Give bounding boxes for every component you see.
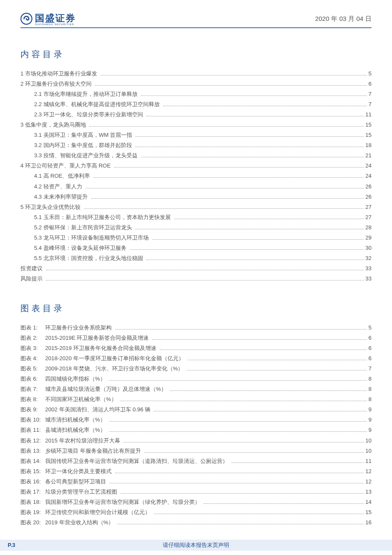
page-footer: P.3 请仔细阅读本报告末页声明 [0,540,392,551]
figure-entry-num: 图表 5: [20,364,45,374]
leader-dots [144,448,364,452]
figure-entry[interactable]: 图表 14: 我国传统环卫业务年运营市场空间测算（道路清扫、垃圾清运、公厕运营）… [20,456,372,466]
figure-entry-num: 图表 19: [20,507,45,517]
toc-entry[interactable]: 2.2 城镇化率、机械化率提高促进传统环卫空间释放 7 [20,99,372,110]
figure-entry-page: 8 [369,374,372,384]
toc-entry[interactable]: 风险提示 33 [20,274,372,284]
toc-entry[interactable]: 3.1 美国环卫：集中度高，WM 首屈一指 15 [20,130,372,140]
toc-entry[interactable]: 2.3 环卫一体化、垃圾分类带来行业新增空间 11 [20,110,372,120]
figure-entry[interactable]: 图表 13: 乡镇环卫项目 年服务金额占比有所提升 10 [20,446,372,456]
figure-entry-page: 12 [366,466,372,477]
leader-dots [115,326,367,330]
toc-entry-text: 4.2 轻资产、重人力 [34,182,84,192]
toc-entry[interactable]: 投资建议 33 [20,263,372,274]
leader-dots [204,500,364,504]
toc-entry-text: 风险提示 [20,274,44,284]
toc-entry-text: 4 环卫公司轻资产、重人力享高 ROE [20,161,112,171]
toc-entry[interactable]: 1 市场化推动环卫服务行业爆发 5 [20,69,372,79]
leader-dots [95,82,367,86]
toc-entry[interactable]: 3.2 国内环卫：集中度低，群雄并起阶段 18 [20,140,372,150]
toc-entry[interactable]: 5.5 北京环境：国资控股，行业龙头地位稳固 32 [20,253,372,263]
figure-entry[interactable]: 图表 2: 2015-2019E 环卫服务新签合同金额及增速 6 [20,333,372,343]
toc-entry[interactable]: 5.1 玉禾田：新上市纯环卫服务公司，资本助力更快发展 27 [20,212,372,223]
toc-entry-text: 1 市场化推动环卫服务行业爆发 [20,69,99,79]
figure-entry[interactable]: 图表 11: 县城清扫机械化率（%） 9 [20,425,372,435]
toc-entry-page: 6 [369,79,372,89]
leader-dots [114,164,364,168]
toc-entry[interactable]: 4.1 高 ROE、低净利率 24 [20,171,372,181]
leader-dots [231,459,364,463]
figure-entry[interactable]: 图表 9: 2002 年美国清扫、清运人均环卫车 0.96 辆 9 [20,405,372,415]
toc-entry-page: 32 [366,253,372,263]
figure-entry-page: 6 [369,353,372,364]
toc-entry-text: 3 低集中度，龙头跑马圈地 [20,120,88,130]
figure-entry-num: 图表 9: [20,405,45,415]
figure-entry-page: 9 [369,415,372,425]
figure-entry[interactable]: 图表 17: 垃圾分类管理平台工艺流程图 13 [20,487,372,497]
figure-entry-text: 城市清扫机械化率（%） [45,415,107,425]
leader-dots [89,123,364,127]
figure-entry-num: 图表 13: [20,446,45,456]
toc-entry-text: 5.3 龙马环卫：环境设备制造顺势切入环卫市场 [34,233,150,243]
toc-entry[interactable]: 5.2 侨银环保：新上市民营环卫运营龙头 28 [20,223,372,233]
footer-disclaimer: 请仔细阅读本报告末页声明 [163,541,229,549]
figure-entry-text: 环卫服务行业业务系统架构 [45,323,113,333]
toc-entry[interactable]: 4.3 未来净利率望提升 26 [20,192,372,202]
toc-entry-page: 24 [366,161,372,171]
logo-icon [20,13,32,25]
toc-entry-text: 5.1 玉禾田：新上市纯环卫服务公司，资本助力更快发展 [34,212,173,223]
leader-dots [109,428,367,432]
leader-dots [187,356,367,360]
leader-dots [124,438,364,442]
figure-entry[interactable]: 图表 4: 2018-2020 年一季度环卫服务订单招标年化金额（亿元） 6 [20,353,372,364]
leader-dots [101,72,367,75]
toc-entry[interactable]: 3.3 疫情、智能化促进产业升级，龙头受益 21 [20,150,372,161]
toc-entry[interactable]: 2.1 市场化率继续提升，推动环卫订单释放 7 [20,89,372,99]
figure-entry-text: 2002 年美国清扫、清运人均环卫车 0.96 辆 [45,405,152,415]
figure-entry[interactable]: 图表 18: 我国新增环卫业务年运营市场空间测算（绿化养护、垃圾分类） 14 [20,497,372,507]
page-header: 国盛证券 GUOSHENG SECURITIES 2020 年 03 月 04 … [20,12,372,28]
leader-dots [135,143,364,147]
toc-entry[interactable]: 5.4 盈峰环境：设备龙头延伸环卫服务 30 [20,243,372,253]
figure-entry[interactable]: 图表 6: 四国城镇化率指标（%） 8 [20,374,372,384]
figure-entry-text: 环卫一体化分类及主要模式 [45,466,113,477]
leader-dots [154,408,367,411]
figure-entry-text: 2015 年农村垃圾治理拉开大幕 [45,436,122,446]
toc-entry-page: 15 [366,120,372,130]
figure-entry[interactable]: 图表 3: 2015-2019 环卫服务年化服务合同金额及增速 6 [20,343,372,353]
figure-entry[interactable]: 图表 1: 环卫服务行业业务系统架构 5 [20,323,372,333]
figure-entry-num: 图表 6: [20,374,45,384]
toc-entry-text: 4.1 高 ROE、低净利率 [34,171,92,181]
figure-entry-text: 四国城镇化率指标（%） [45,374,107,384]
figure-entry[interactable]: 图表 7: 城市及县城垃圾清运量（万吨）及总体增速（%） 8 [20,384,372,394]
figure-entry-num: 图表 18: [20,497,45,507]
figure-entry-text: 城市及县城垃圾清运量（万吨）及总体增速（%） [45,384,168,394]
toc-entry[interactable]: 4 环卫公司轻资产、重人力享高 ROE 24 [20,161,372,171]
figure-entry[interactable]: 图表 12: 2015 年农村垃圾治理拉开大幕 10 [20,436,372,446]
leader-dots [154,510,364,514]
leader-dots [121,490,364,494]
toc-entry-page: 30 [366,243,372,253]
figure-entry[interactable]: 图表 20: 2019 年营业收入结构（%） 16 [20,517,372,528]
toc-entry[interactable]: 4.2 轻资产、重人力 26 [20,182,372,192]
leader-dots [86,184,364,188]
leader-dots [141,92,367,96]
leader-dots [109,377,367,381]
toc-entry[interactable]: 3 低集中度，龙头跑马圈地 15 [20,120,372,130]
figure-entry-text: 2015-2019E 环卫服务新签合同金额及增速 [45,333,150,343]
toc-entry[interactable]: 5.3 龙马环卫：环境设备制造顺势切入环卫市场 29 [20,233,372,243]
figure-entry[interactable]: 图表 15: 环卫一体化分类及主要模式 12 [20,466,372,477]
toc-entry[interactable]: 2 环卫服务行业仍有较大空间 6 [20,79,372,89]
figure-entry[interactable]: 图表 16: 各公司典型新型环卫项目 12 [20,477,372,487]
figure-entry[interactable]: 图表 19: 环卫传统空间和新增空间合计规模（亿元） 15 [20,507,372,517]
toc-entry[interactable]: 5 环卫龙头企业优势比较 27 [20,202,372,212]
leader-dots [91,194,364,198]
figure-entry-num: 图表 4: [20,353,45,364]
figure-entry[interactable]: 图表 5: 2009-2018 年焚烧、污水、环卫行业市场化率变化（%） 7 [20,364,372,374]
figure-entry[interactable]: 图表 8: 不同国家环卫机械化率（%） 8 [20,394,372,405]
figure-entry[interactable]: 图表 10: 城市清扫机械化率（%） 9 [20,415,372,425]
figure-entry-num: 图表 15: [20,466,45,477]
toc-entry-page: 15 [366,130,372,140]
figure-entry-page: 6 [369,343,372,353]
figure-entry-text: 2019 年营业收入结构（%） [45,517,115,528]
